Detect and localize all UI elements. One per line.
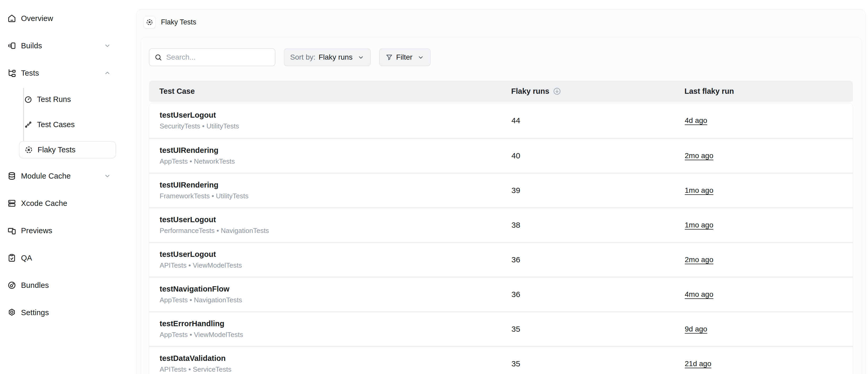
- last-flaky-run-link[interactable]: 21d ago: [685, 360, 711, 368]
- sort-value: Flaky runs: [318, 53, 352, 61]
- test-suites: FrameworkTests • UtilityTests: [160, 192, 512, 200]
- sidebar-item-label: Bundles: [21, 281, 49, 290]
- sidebar-item-label: Tests: [21, 69, 39, 77]
- search-input[interactable]: [166, 53, 270, 61]
- sidebar-item-overview[interactable]: Overview: [0, 5, 136, 32]
- sidebar-item-label: QA: [21, 254, 32, 262]
- flaky-tests-icon: [146, 19, 153, 26]
- sidebar-item-label: Flaky Tests: [37, 146, 75, 154]
- sort-descending-icon: [553, 87, 561, 95]
- sidebar-nav: Overview Builds Tests Test Runs Test Cas…: [0, 5, 136, 326]
- table-row[interactable]: testNavigationFlow AppTests • Navigation…: [149, 277, 853, 311]
- last-flaky-run-link[interactable]: 1mo ago: [685, 221, 713, 229]
- last-flaky-run-link[interactable]: 9d ago: [685, 325, 707, 333]
- test-suites: APITests • ViewModelTests: [160, 261, 512, 270]
- flaky-runs-count: 40: [512, 151, 685, 160]
- sort-button[interactable]: Sort by: Flaky runs: [284, 48, 371, 66]
- filter-button[interactable]: Filter: [379, 48, 431, 66]
- sidebar-item-label: Test Cases: [37, 120, 74, 129]
- sort-by-label: Sort by:: [290, 53, 315, 61]
- flaky-icon: [25, 146, 33, 154]
- test-suites: AppTests • ViewModelTests: [160, 331, 512, 339]
- route-icon: [24, 121, 32, 129]
- sidebar-item-bundles[interactable]: Bundles: [0, 272, 136, 299]
- sidebar-item-label: Module Cache: [21, 172, 71, 181]
- settings-icon: [7, 308, 16, 317]
- last-flaky-run-link[interactable]: 2mo ago: [685, 152, 713, 160]
- sidebar-item-label: Test Runs: [37, 95, 71, 104]
- builds-icon: [7, 41, 16, 50]
- column-header-test-case: Test Case: [159, 87, 511, 96]
- flaky-runs-count: 35: [512, 324, 685, 334]
- chevron-up-icon: [104, 69, 111, 77]
- sidebar-item-flaky-tests[interactable]: Flaky Tests: [19, 141, 116, 158]
- page-header: Flaky Tests: [143, 16, 196, 28]
- test-suites: PerformanceTests • NavigationTests: [160, 227, 512, 235]
- sidebar-subnav-tests: Test Runs Test Cases Flaky Tests: [0, 87, 136, 158]
- main-panel: Flaky Tests Sort by: Flaky runs Filter T…: [136, 9, 866, 374]
- chevron-down-icon: [417, 54, 424, 61]
- flaky-runs-count: 36: [512, 255, 685, 264]
- chevron-down-icon: [104, 42, 111, 50]
- flaky-runs-count: 38: [512, 221, 685, 229]
- filter-funnel-icon: [385, 54, 393, 61]
- database-icon: [7, 172, 16, 181]
- test-name: testUserLogout: [160, 250, 512, 259]
- test-name: testUserLogout: [160, 111, 512, 120]
- search-box[interactable]: [149, 48, 275, 66]
- sidebar-item-label: Xcode Cache: [21, 199, 67, 208]
- table-row[interactable]: testDataValidation APITests • ServiceTes…: [149, 346, 853, 374]
- sidebar-item-label: Builds: [21, 41, 42, 50]
- content-card: Sort by: Flaky runs Filter Test Case Fla…: [141, 37, 862, 374]
- sidebar-item-qa[interactable]: QA: [0, 244, 136, 272]
- test-name: testErrorHandling: [160, 319, 512, 328]
- table-row[interactable]: testUIRendering AppTests • NetworkTests …: [149, 138, 853, 173]
- test-name: testUIRendering: [160, 146, 512, 155]
- sidebar-item-previews[interactable]: Previews: [0, 217, 136, 244]
- test-name: testNavigationFlow: [160, 285, 512, 293]
- test-name: testUserLogout: [160, 215, 512, 224]
- flaky-runs-count: 36: [512, 290, 685, 299]
- test-name: testUIRendering: [160, 181, 512, 189]
- test-suites: AppTests • NavigationTests: [160, 296, 512, 304]
- last-flaky-run-link[interactable]: 4d ago: [685, 116, 707, 124]
- last-flaky-run-link[interactable]: 4mo ago: [685, 290, 713, 299]
- sidebar-item-label: Settings: [21, 308, 49, 317]
- table-row[interactable]: testUserLogout SecurityTests • UtilityTe…: [149, 103, 853, 138]
- filter-label: Filter: [396, 53, 412, 61]
- search-icon: [155, 53, 162, 61]
- sidebar-item-test-runs[interactable]: Test Runs: [0, 87, 136, 112]
- test-suites: SecurityTests • UtilityTests: [160, 122, 512, 130]
- flaky-runs-count: 44: [512, 116, 685, 125]
- table-row[interactable]: testUserLogout APITests • ViewModelTests…: [149, 242, 853, 277]
- table-row[interactable]: testErrorHandling AppTests • ViewModelTe…: [149, 311, 853, 346]
- sidebar: Overview Builds Tests Test Runs Test Cas…: [0, 0, 136, 374]
- chevron-down-icon: [357, 54, 365, 61]
- last-flaky-run-link[interactable]: 2mo ago: [685, 255, 713, 264]
- table-header: Test Case Flaky runs Last flaky run: [149, 81, 853, 102]
- column-header-flaky-runs[interactable]: Flaky runs: [511, 87, 684, 96]
- gauge-icon: [24, 95, 32, 103]
- table-row[interactable]: testUIRendering FrameworkTests • Utility…: [149, 173, 853, 207]
- table-row[interactable]: testUserLogout PerformanceTests • Naviga…: [149, 207, 853, 242]
- sidebar-item-module-cache[interactable]: Module Cache: [0, 162, 136, 190]
- chevron-down-icon: [104, 172, 111, 180]
- sidebar-item-settings[interactable]: Settings: [0, 299, 136, 326]
- page-title: Flaky Tests: [161, 18, 196, 26]
- flaky-runs-count: 39: [512, 186, 685, 195]
- sidebar-item-tests[interactable]: Tests: [0, 59, 136, 87]
- test-name: testDataValidation: [160, 354, 512, 363]
- flaky-tests-table: Test Case Flaky runs Last flaky run test…: [149, 81, 853, 374]
- flaky-tests-page-icon-button: [143, 16, 156, 28]
- devices-icon: [7, 226, 16, 235]
- last-flaky-run-link[interactable]: 1mo ago: [685, 186, 713, 194]
- sidebar-item-xcode-cache[interactable]: Xcode Cache: [0, 190, 136, 217]
- sidebar-item-builds[interactable]: Builds: [0, 32, 136, 59]
- table-body: testUserLogout SecurityTests • UtilityTe…: [149, 103, 853, 374]
- test-suites: AppTests • NetworkTests: [160, 157, 512, 165]
- clipboard-icon: [7, 253, 16, 262]
- test-suites: APITests • ServiceTests: [160, 365, 512, 373]
- sidebar-item-test-cases[interactable]: Test Cases: [0, 112, 136, 137]
- sidebar-item-label: Overview: [21, 14, 53, 23]
- sidebar-item-label: Previews: [21, 226, 52, 235]
